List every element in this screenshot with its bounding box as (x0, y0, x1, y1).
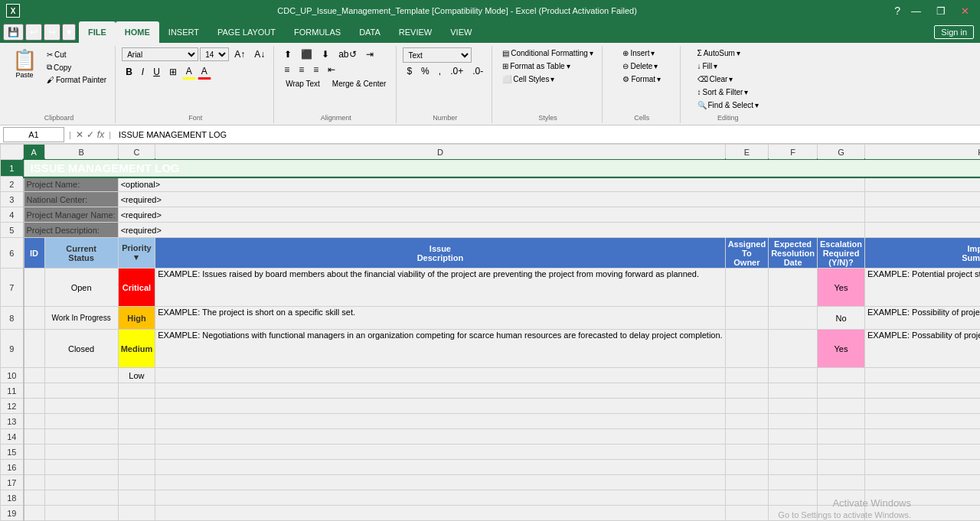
cell-G8[interactable]: No (818, 307, 865, 330)
cell-H2[interactable] (865, 177, 980, 192)
cell-A6[interactable]: ID (24, 238, 45, 269)
cell-B9[interactable]: Closed (44, 330, 118, 368)
cell-H8[interactable]: EXAMPLE: Possibility of project work not… (865, 307, 980, 330)
increase-decimal-button[interactable]: .0+ (446, 64, 467, 78)
col-header-C[interactable]: C (118, 145, 155, 160)
cell-E7[interactable] (725, 269, 769, 307)
cell-B6[interactable]: CurrentStatus (44, 238, 118, 269)
cell-H7[interactable]: EXAMPLE: Potential project stoppage (865, 269, 980, 307)
cell-A4[interactable]: Project Manager Name: (24, 207, 119, 223)
col-header-H[interactable]: H (865, 145, 980, 160)
cell-G6[interactable]: EscalationRequired(Y/N)? (818, 238, 865, 269)
align-middle-button[interactable]: ⬛ (297, 47, 316, 61)
font-name-select[interactable]: Arial (122, 47, 198, 61)
cell-A8[interactable] (24, 307, 45, 330)
tab-page-layout[interactable]: PAGE LAYOUT (208, 21, 285, 43)
cell-C10[interactable]: Low (118, 368, 155, 383)
cell-C5[interactable]: <required> (118, 223, 864, 238)
cell-H3[interactable] (865, 192, 980, 207)
cell-F9[interactable] (769, 330, 818, 368)
number-format-select[interactable]: Text (403, 47, 472, 63)
cell-A9[interactable] (24, 330, 45, 368)
decrease-decimal-button[interactable]: .0- (469, 64, 487, 78)
col-header-F[interactable]: F (769, 145, 818, 160)
close-button[interactable]: ✕ (956, 5, 974, 17)
paste-button[interactable]: 📋 Paste (8, 47, 41, 81)
font-size-select[interactable]: 14 (200, 47, 229, 61)
tab-insert[interactable]: INSERT (159, 21, 208, 43)
cell-G10[interactable] (818, 368, 865, 383)
fill-color-button[interactable]: A (182, 64, 196, 80)
border-button[interactable]: ⊞ (165, 65, 181, 79)
find-select-button[interactable]: 🔍 Find & Select ▾ (694, 99, 763, 111)
cell-A7[interactable] (24, 269, 45, 307)
delete-button[interactable]: ⊖ Delete ▾ (619, 60, 662, 72)
grid-container[interactable]: A B C D E F G H I 1 ISSUE MANAGEMENT LOG… (0, 144, 980, 521)
confirm-formula-button[interactable]: ✓ (87, 129, 94, 140)
tab-formulas[interactable]: FORMULAS (285, 21, 350, 43)
cell-E8[interactable] (725, 307, 769, 330)
sign-in-button[interactable]: Sign in (934, 25, 974, 39)
merge-center-button[interactable]: Merge & Center (327, 78, 392, 90)
decrease-font-button[interactable]: A↓ (250, 47, 269, 61)
align-top-button[interactable]: ⬆ (280, 47, 296, 61)
undo-button[interactable]: ↩ (25, 24, 42, 41)
col-header-D[interactable]: D (155, 145, 725, 160)
cell-styles-button[interactable]: ⬜ Cell Styles ▾ (498, 73, 558, 85)
format-button[interactable]: ⚙ Format ▾ (619, 73, 665, 85)
align-left-button[interactable]: ≡ (280, 63, 293, 77)
comma-button[interactable]: , (435, 64, 445, 78)
cell-C4[interactable]: <required> (118, 207, 864, 223)
help-button[interactable]: ? (894, 5, 900, 17)
cell-B8[interactable]: Work In Progress (44, 307, 118, 330)
sort-filter-button[interactable]: ↕ Sort & Filter ▾ (694, 86, 753, 98)
underline-button[interactable]: U (149, 65, 164, 79)
save-button[interactable]: 💾 (3, 24, 24, 41)
cell-A5[interactable]: Project Description: (24, 223, 119, 238)
cell-B10[interactable] (44, 368, 118, 383)
cancel-formula-button[interactable]: ✕ (76, 129, 83, 140)
tab-view[interactable]: VIEW (441, 21, 481, 43)
currency-button[interactable]: $ (403, 64, 416, 78)
cell-D7[interactable]: EXAMPLE: Issues raised by board members … (155, 269, 725, 307)
col-header-B[interactable]: B (44, 145, 118, 160)
cell-A1[interactable]: ISSUE MANAGEMENT LOG (24, 160, 981, 177)
increase-indent-button[interactable]: ⇥ (362, 47, 377, 61)
align-center-button[interactable]: ≡ (295, 63, 308, 77)
increase-font-button[interactable]: A↑ (230, 47, 249, 61)
clear-button[interactable]: ⌫ Clear ▾ (694, 73, 737, 85)
cell-D6[interactable]: IssueDescription (155, 238, 725, 269)
col-header-A[interactable]: A (24, 145, 45, 160)
cell-H4[interactable] (865, 207, 980, 223)
decrease-indent-button[interactable]: ⇤ (324, 63, 339, 77)
customize-qat-button[interactable]: ▾ (62, 24, 76, 41)
cell-H9[interactable]: EXAMPLE: Possability of project work not… (865, 330, 980, 368)
cell-F8[interactable] (769, 307, 818, 330)
cell-C7[interactable]: Critical (118, 269, 155, 307)
percent-button[interactable]: % (417, 64, 433, 78)
cell-A3[interactable]: National Center: (24, 192, 119, 207)
cell-A10[interactable] (24, 368, 45, 383)
cell-B7[interactable]: Open (44, 269, 118, 307)
cell-C8[interactable]: High (118, 307, 155, 330)
redo-button[interactable]: ↪ (44, 24, 60, 41)
cell-G9[interactable]: Yes (818, 330, 865, 368)
col-header-G[interactable]: G (818, 145, 865, 160)
cell-F6[interactable]: ExpectedResolutionDate (769, 238, 818, 269)
cell-H5[interactable] (865, 223, 980, 238)
minimize-button[interactable]: — (906, 5, 926, 17)
align-right-button[interactable]: ≡ (309, 63, 322, 77)
insert-function-button[interactable]: fx (97, 129, 104, 140)
align-bottom-button[interactable]: ⬇ (318, 47, 333, 61)
tab-home[interactable]: HOME (116, 21, 159, 43)
cell-H6[interactable]: ImpactSummary (865, 238, 980, 269)
text-orientation-button[interactable]: ab↺ (335, 47, 360, 61)
cell-D10[interactable] (155, 368, 725, 383)
cell-C2[interactable]: <optional> (118, 177, 864, 192)
cell-G7[interactable]: Yes (818, 269, 865, 307)
italic-button[interactable]: I (138, 65, 148, 79)
copy-button[interactable]: ⧉ Copy (43, 61, 110, 73)
insert-button[interactable]: ⊕ Insert ▾ (619, 47, 658, 59)
col-header-E[interactable]: E (725, 145, 769, 160)
cell-A2[interactable]: Project Name: (24, 177, 119, 192)
